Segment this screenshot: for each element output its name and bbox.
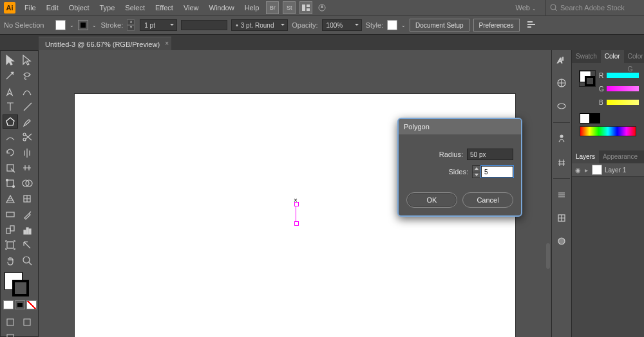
b-slider[interactable] — [607, 100, 639, 105]
free-transform-tool[interactable] — [3, 176, 18, 190]
none-bw-swatches[interactable] — [580, 113, 636, 123]
draw-normal-icon[interactable] — [3, 315, 18, 329]
properties-panel-icon[interactable]: AI — [554, 53, 569, 67]
color-spectrum[interactable] — [580, 126, 636, 136]
svg-rect-20 — [6, 228, 10, 233]
layer-row[interactable]: ◉ ▸ Layer 1 — [572, 163, 644, 177]
rotate-tool[interactable] — [3, 145, 18, 159]
step-up-icon[interactable] — [473, 166, 480, 172]
menu-object[interactable]: Object — [64, 0, 95, 15]
dots-panel-icon[interactable] — [554, 234, 569, 248]
color-guide-tab[interactable]: Color G — [624, 50, 644, 63]
gradient-tool[interactable] — [3, 207, 18, 221]
stroke-swatch[interactable] — [78, 20, 88, 30]
menu-edit[interactable]: Edit — [41, 0, 64, 15]
width-tool[interactable] — [19, 161, 35, 175]
stroke-weight-input[interactable]: 1 pt — [140, 19, 177, 31]
workspace-selector[interactable]: Web ⌄ — [516, 4, 536, 12]
document-tab-title: Untitled-3 @ 66.67% (RGB/Preview) — [45, 41, 160, 48]
g-slider[interactable] — [607, 86, 639, 91]
document-tab[interactable]: Untitled-3 @ 66.67% (RGB/Preview) × — [39, 37, 171, 51]
document-setup-button[interactable]: Document Setup — [410, 19, 469, 32]
color-tab[interactable]: Color — [601, 50, 624, 63]
preferences-button[interactable]: Preferences — [473, 19, 520, 32]
dialog-title[interactable]: Polygon — [399, 119, 521, 134]
paintbrush-tool[interactable] — [19, 114, 35, 129]
stock-icon[interactable]: St — [283, 1, 296, 14]
brushes-panel-icon[interactable] — [554, 132, 569, 146]
lines-panel-icon[interactable] — [554, 188, 569, 202]
r-slider[interactable] — [607, 73, 639, 78]
sides-input[interactable] — [481, 166, 513, 178]
menu-file[interactable]: File — [19, 0, 41, 15]
menu-help[interactable]: Help — [240, 0, 265, 15]
expand-icon[interactable]: ▸ — [585, 167, 588, 174]
b-label: B — [599, 99, 605, 106]
panel-scrollbar[interactable] — [546, 243, 550, 269]
column-graph-tool[interactable] — [19, 223, 35, 237]
blend-tool[interactable] — [3, 223, 18, 237]
polygon-tool[interactable] — [3, 114, 18, 129]
eyedropper-tool[interactable] — [19, 207, 35, 221]
shape-builder-tool[interactable] — [19, 176, 35, 190]
more-tab[interactable]: P — [641, 150, 644, 163]
step-down-icon[interactable] — [473, 172, 480, 178]
color-panel-tabs: Swatch Color Color G — [572, 50, 644, 63]
character-panel-icon[interactable] — [554, 76, 569, 90]
pen-tool[interactable] — [3, 84, 18, 98]
curvature-tool[interactable] — [19, 84, 35, 98]
draw-behind-icon[interactable] — [19, 315, 35, 329]
fill-stroke-control[interactable] — [3, 271, 34, 296]
direct-selection-tool[interactable] — [19, 53, 35, 67]
menu-window[interactable]: Window — [204, 0, 240, 15]
scale-tool[interactable] — [3, 161, 18, 175]
layers-tab[interactable]: Layers — [572, 150, 599, 163]
lasso-tool[interactable] — [19, 68, 35, 82]
close-tab-icon[interactable]: × — [165, 40, 169, 47]
menu-select[interactable]: Select — [120, 0, 150, 15]
radius-input[interactable] — [467, 149, 513, 160]
mesh-tool[interactable] — [19, 192, 35, 206]
selection-tool[interactable] — [3, 53, 18, 67]
variable-width-profile[interactable] — [181, 20, 227, 30]
cancel-button[interactable]: Cancel — [462, 192, 513, 208]
opacity-input[interactable]: 100% — [322, 19, 362, 31]
fill-stroke-indicator[interactable] — [580, 71, 595, 86]
ok-button[interactable]: OK — [406, 192, 457, 208]
scissors-tool[interactable] — [19, 130, 35, 144]
arrange-docs-icon[interactable] — [299, 1, 312, 14]
appearance-tab[interactable]: Appearance — [599, 150, 641, 163]
symbols-panel-icon[interactable] — [554, 155, 569, 169]
svg-rect-1 — [307, 5, 310, 7]
menu-effect[interactable]: Effect — [150, 0, 178, 15]
layer-name[interactable]: Layer 1 — [605, 167, 626, 174]
stock-search-input[interactable]: Search Adobe Stock — [550, 4, 640, 12]
graphic-style-swatch[interactable] — [387, 20, 397, 30]
polygon-dialog: Polygon Radius: Sides: OK Cancel — [397, 118, 522, 217]
paragraph-panel-icon[interactable] — [554, 99, 569, 113]
visibility-icon[interactable]: ◉ — [572, 167, 583, 174]
magic-wand-tool[interactable] — [3, 68, 18, 82]
menu-view[interactable]: View — [178, 0, 204, 15]
slice-tool[interactable] — [19, 238, 35, 252]
menu-type[interactable]: Type — [95, 0, 120, 15]
draw-inside-icon[interactable] — [3, 331, 18, 337]
type-tool[interactable] — [3, 99, 18, 113]
reflect-tool[interactable] — [19, 145, 35, 159]
align-options-icon[interactable] — [526, 20, 536, 30]
stroke-weight-stepper[interactable]: ▴▾ — [127, 19, 135, 31]
fill-swatch[interactable] — [55, 20, 66, 30]
zoom-tool[interactable] — [19, 253, 35, 268]
sides-stepper[interactable] — [472, 165, 481, 178]
gpu-icon[interactable] — [316, 2, 328, 14]
color-mode-swatches[interactable] — [3, 300, 37, 309]
grid-panel-icon[interactable] — [554, 211, 569, 225]
shaper-tool[interactable] — [3, 130, 18, 144]
line-segment-tool[interactable] — [19, 99, 35, 113]
swatches-tab[interactable]: Swatch — [572, 50, 601, 63]
hand-tool[interactable] — [3, 253, 18, 268]
brush-definition[interactable]: • 3 pt. Round — [231, 19, 288, 31]
bridge-icon[interactable]: Br — [266, 1, 279, 14]
artboard-tool[interactable] — [3, 238, 18, 252]
perspective-grid-tool[interactable] — [3, 192, 18, 206]
